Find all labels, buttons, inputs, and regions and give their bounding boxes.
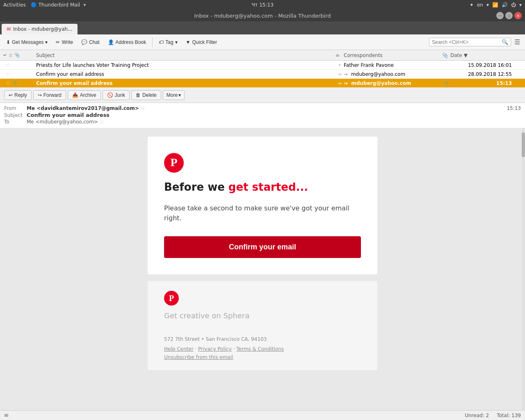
pinterest-logo: P (164, 153, 184, 173)
system-icons: ✦ en ▾ 📶 🔊 ⏻ ▾ (470, 2, 522, 8)
email-headline: Before we get started... (164, 181, 361, 194)
scrollbar-thumb (522, 132, 525, 157)
from-star[interactable]: ☆ (141, 105, 145, 111)
tag-button[interactable]: 🏷 Tag ▾ (155, 37, 181, 47)
row2-dots: ⇒ (336, 71, 344, 77)
minimize-button[interactable]: ─ (496, 12, 504, 19)
to-star[interactable]: ☆ (100, 119, 104, 125)
terms-link[interactable]: Terms & Conditions (236, 346, 284, 352)
get-messages-icon: ⬇ (6, 39, 10, 45)
junk-button[interactable]: 🚫 Junk (103, 90, 130, 100)
table-row[interactable]: ☆ 📎 Confirm your email address ⇒ ⇒ mdube… (0, 70, 525, 79)
row3-date: 15:13 (450, 80, 512, 86)
scrollbar[interactable] (522, 128, 525, 420)
row2-correspondent: ⇒ mduberg@yahoo.com (344, 71, 442, 77)
maximize-button[interactable]: □ (505, 12, 513, 19)
attach-icon: 📎 (12, 80, 18, 86)
app-name-label: Thunderbird Mail ▾ (39, 2, 86, 8)
tab-bar: ✉ Inbox - mduberg@yah... (0, 21, 525, 34)
reply-button[interactable]: ↩ Reply (4, 90, 32, 100)
subject-column-header[interactable]: Subject (36, 52, 336, 58)
archive-icon: 📥 (72, 92, 78, 98)
status-icon: ✉ (4, 413, 8, 418)
header-icons-col: ↵ ☆ 📎 (3, 52, 36, 58)
attach-icon: 📎 (12, 62, 18, 68)
delete-button[interactable]: 🗑 Delete (131, 90, 161, 100)
to-row: To Me <mduberg@yahoo.com> ☆ (4, 119, 521, 125)
privacy-policy-link[interactable]: Privacy Policy (198, 346, 232, 352)
row3-correspondent: ⇒ mduberg@yahoo.com (344, 80, 442, 86)
address-book-button[interactable]: 👤 Address Book (104, 37, 150, 47)
star-icon[interactable]: ☆ (6, 62, 10, 68)
write-button[interactable]: ✏ Write (52, 37, 77, 47)
star-icon[interactable]: ☆ (6, 80, 10, 86)
row1-date: 15.09.2018 16:01 (450, 62, 512, 68)
correspondents-column-header[interactable]: Correspondents (344, 52, 442, 58)
row2-icons: ☆ 📎 (3, 71, 36, 77)
chat-button[interactable]: 💬 Chat (78, 37, 103, 47)
hamburger-menu-button[interactable]: ☰ (512, 37, 523, 48)
unsubscribe-line: Unsubscribe from this email (164, 354, 361, 360)
footer-links: Help Center · Privacy Policy · Terms & C… (164, 346, 361, 352)
tag-chevron: ▾ (175, 39, 178, 45)
thread-col-icon: ↵ (3, 53, 7, 57)
search-box[interactable]: 🔍 (429, 38, 511, 46)
forward-button[interactable]: ↪ Forward (33, 90, 66, 100)
window-controls[interactable]: ─ □ ✕ (496, 12, 522, 19)
system-bar: Activities 🔵 Thunderbird Mail ▾ Чт 15:13… (0, 0, 525, 10)
inbox-tab[interactable]: ✉ Inbox - mduberg@yah... (2, 24, 78, 34)
attach-col-header: 📎 (442, 52, 450, 58)
search-input[interactable] (432, 39, 502, 45)
write-icon: ✏ (56, 39, 60, 45)
star-icon[interactable]: ☆ (6, 71, 10, 77)
archive-button[interactable]: 📥 Archive (68, 90, 101, 100)
get-messages-button[interactable]: ⬇ Get Messages ▾ (2, 37, 51, 47)
quick-filter-button[interactable]: ▼ Quick Filter (182, 37, 221, 47)
table-row[interactable]: ☆ 📎 Confirm your email address ⇒ ⇒ mdube… (0, 79, 525, 88)
from-row: From Me <davidkantemirov2017@gmail.com> … (4, 105, 521, 111)
reply-icon: ↩ (9, 92, 13, 98)
row2-date: 28.09.2018 12:55 (450, 71, 512, 77)
confirm-email-button[interactable]: Confirm your email (164, 236, 361, 258)
power-chevron: ▾ (519, 2, 522, 8)
row3-icons: ☆ 📎 (3, 80, 36, 86)
email-body-text: Please take a second to make sure we've … (164, 203, 361, 223)
activities-label[interactable]: Activities (3, 2, 26, 8)
row1-subject: Priests for Life launches Voter Training… (36, 62, 336, 68)
address-book-icon: 👤 (108, 39, 114, 45)
power-icon: ⏻ (511, 2, 516, 8)
dots-col: ∞ (336, 52, 344, 58)
email-action-bar: ↩ Reply ↪ Forward 📥 Archive 🚫 Junk 🗑 (0, 88, 525, 103)
search-icon[interactable]: 🔍 (502, 39, 508, 45)
row3-subject: Confirm your email address (36, 80, 336, 86)
table-row[interactable]: ☆ 📎 Priests for Life launches Voter Trai… (0, 61, 525, 70)
attach-icon: 📎 (12, 71, 18, 77)
main-window: ✉ Inbox - mduberg@yah... ⬇ Get Messages … (0, 21, 525, 420)
date-column-header[interactable]: Date ▼ (450, 52, 512, 58)
chat-icon: 💬 (81, 39, 87, 45)
email-view-area: ↩ Reply ↪ Forward 📥 Archive 🚫 Junk 🗑 (0, 88, 525, 420)
row3-attach: 📎 (442, 80, 450, 86)
toolbar-separator-1 (152, 37, 153, 47)
lang-indicator[interactable]: en (477, 2, 483, 8)
filter-icon: ▼ (186, 39, 191, 45)
help-center-link[interactable]: Help Center (164, 346, 194, 352)
pinterest-logo-small: P (164, 291, 179, 306)
get-messages-chevron: ▾ (45, 39, 48, 45)
wifi-icon: 📶 (492, 2, 498, 8)
row3-dots: ⇒ (336, 80, 344, 86)
unsubscribe-link[interactable]: Unsubscribe from this email (164, 354, 233, 360)
email-list-header: ↵ ☆ 📎 Subject ∞ Correspondents 📎 Date ▼ (0, 50, 525, 61)
tag-icon: 🏷 (159, 39, 164, 45)
system-clock: Чт 15:13 (251, 2, 274, 8)
more-chevron-icon: ▾ (178, 92, 181, 98)
email-body-scroll[interactable]: P Before we get started... Please take a… (0, 128, 525, 420)
close-button[interactable]: ✕ (514, 12, 522, 19)
tab-favicon: ✉ (7, 26, 11, 32)
more-button[interactable]: More ▾ (163, 90, 185, 100)
email-footer-card: P Get creative on Sphera 572 7th Street … (148, 281, 377, 370)
tagline: Get creative on Sphera (164, 311, 361, 320)
email-content-card: P Before we get started... Please take a… (148, 137, 377, 274)
attach-col-icon: 📎 (14, 52, 20, 58)
status-bar: ✉ Unread: 2 Total: 139 (0, 410, 525, 420)
